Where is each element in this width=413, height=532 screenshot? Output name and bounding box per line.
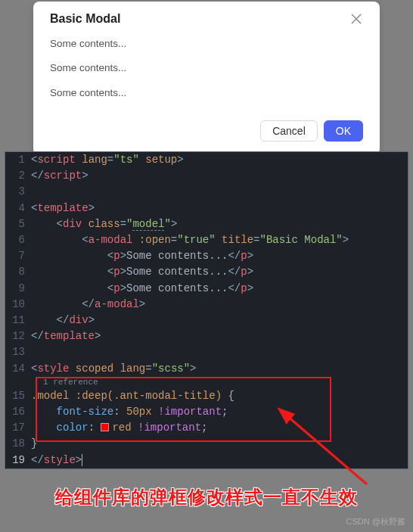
code-line[interactable]: 9 <p>Some contents...</p>: [5, 281, 408, 297]
watermark: CSDN @秋野酱: [346, 516, 405, 527]
line-number: 2: [5, 168, 31, 184]
line-number: 14: [5, 361, 31, 377]
code-content[interactable]: .model :deep(.ant-modal-title) {: [31, 388, 408, 404]
modal-footer: Cancel OK: [33, 120, 380, 155]
code-content[interactable]: </div>: [31, 313, 408, 328]
line-number: 4: [5, 201, 31, 216]
line-number: 15: [5, 388, 31, 404]
code-line[interactable]: 4<template>: [5, 201, 408, 216]
line-number: 19: [5, 453, 31, 468]
code-line[interactable]: 18}: [5, 436, 408, 452]
annotation-caption: 给组件库的弹框修改样式一直不生效: [0, 485, 413, 509]
ok-button[interactable]: OK: [324, 120, 363, 142]
line-number: 17: [5, 420, 31, 436]
code-line[interactable]: 5 <div class="model">: [5, 216, 408, 232]
code-content[interactable]: <style scoped lang="scss">: [31, 361, 408, 377]
close-icon[interactable]: [349, 12, 363, 29]
line-number: 12: [5, 328, 31, 344]
code-line[interactable]: 17 color: red !important;: [5, 420, 408, 436]
modal-dialog: Basic Modal Some contents... Some conten…: [33, 2, 380, 155]
line-number: 7: [5, 248, 31, 264]
code-content[interactable]: </a-modal>: [31, 297, 408, 313]
cancel-button[interactable]: Cancel: [260, 120, 318, 142]
line-number: 18: [5, 436, 31, 452]
code-line[interactable]: 10 </a-modal>: [5, 297, 408, 313]
line-number: 10: [5, 297, 31, 313]
code-content[interactable]: </style>: [31, 453, 408, 468]
code-content[interactable]: font-size: 50px !important;: [31, 404, 408, 420]
line-number: 3: [5, 184, 31, 200]
line-number: 1: [5, 152, 31, 168]
code-content[interactable]: </template>: [31, 328, 408, 344]
code-line[interactable]: 19</style>: [5, 453, 408, 468]
code-line[interactable]: 2</script>: [5, 168, 408, 184]
code-line[interactable]: 13: [5, 344, 408, 360]
code-content[interactable]: <script lang="ts" setup>: [31, 152, 408, 168]
line-number: 6: [5, 232, 31, 248]
line-number: 16: [5, 404, 31, 420]
code-line[interactable]: 15.model :deep(.ant-modal-title) {: [5, 388, 408, 404]
code-content[interactable]: <template>: [31, 201, 408, 216]
line-number: 5: [5, 216, 31, 232]
modal-title: Basic Modal: [50, 12, 120, 26]
code-line[interactable]: 6 <a-modal :open="true" title="Basic Mod…: [5, 232, 408, 248]
code-content[interactable]: </script>: [31, 168, 408, 184]
line-number: 11: [5, 313, 31, 328]
reference-hint: 1 reference: [5, 377, 408, 388]
code-content[interactable]: <a-modal :open="true" title="Basic Modal…: [31, 232, 408, 248]
code-editor[interactable]: 1<script lang="ts" setup>2</script>34<te…: [5, 151, 408, 469]
line-number: 9: [5, 281, 31, 297]
code-line[interactable]: 12</template>: [5, 328, 408, 344]
modal-header: Basic Modal: [33, 2, 380, 33]
modal-body: Some contents... Some contents... Some c…: [33, 33, 380, 120]
code-line[interactable]: 1<script lang="ts" setup>: [5, 152, 408, 168]
code-content[interactable]: }: [31, 436, 408, 452]
code-content[interactable]: color: red !important;: [31, 420, 408, 436]
code-line[interactable]: 7 <p>Some contents...</p>: [5, 248, 408, 264]
code-line[interactable]: 11 </div>: [5, 313, 408, 328]
code-line[interactable]: 3: [5, 184, 408, 200]
modal-content-line: Some contents...: [50, 86, 363, 101]
code-line[interactable]: 14<style scoped lang="scss">: [5, 361, 408, 377]
modal-content-line: Some contents...: [50, 61, 363, 76]
line-number: 8: [5, 264, 31, 280]
modal-content-line: Some contents...: [50, 36, 363, 51]
line-number: 13: [5, 344, 31, 360]
code-content[interactable]: <div class="model">: [31, 216, 408, 232]
code-content[interactable]: <p>Some contents...</p>: [31, 281, 408, 297]
code-line[interactable]: 16 font-size: 50px !important;: [5, 404, 408, 420]
code-content[interactable]: <p>Some contents...</p>: [31, 248, 408, 264]
code-line[interactable]: 8 <p>Some contents...</p>: [5, 264, 408, 280]
code-content[interactable]: <p>Some contents...</p>: [31, 264, 408, 280]
